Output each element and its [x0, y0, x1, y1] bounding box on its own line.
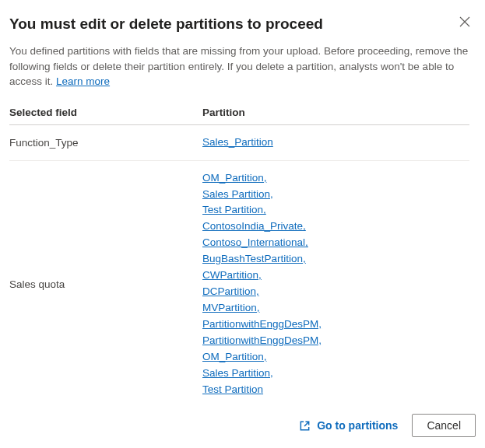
open-in-new-icon	[299, 420, 311, 432]
partition-list: Sales_Partition	[202, 135, 469, 151]
partition-link[interactable]: Contoso_International,	[202, 235, 308, 251]
partition-link[interactable]: Sales_Partition	[202, 135, 273, 151]
partition-link[interactable]: CWPartition,	[202, 268, 262, 284]
table-container: Selected field Partition Function_TypeSa…	[9, 102, 476, 404]
dialog: You must edit or delete partitions to pr…	[0, 0, 485, 448]
partition-cell: Sales_Partition	[202, 124, 469, 160]
go-to-partitions-button[interactable]: Go to partitions	[299, 419, 398, 432]
partition-list: OM_Partition,Sales Partition,Test Partit…	[202, 170, 469, 398]
selected-field-cell: Function_Type	[9, 124, 202, 160]
dialog-title: You must edit or delete partitions to pr…	[9, 16, 476, 33]
go-to-partitions-label: Go to partitions	[317, 419, 398, 432]
dialog-footer: Go to partitions Cancel	[9, 404, 476, 437]
dialog-description: You defined partitions with fields that …	[9, 44, 476, 89]
scroll-region[interactable]: Selected field Partition Function_TypeSa…	[9, 102, 476, 404]
partition-link[interactable]: MVPartition,	[202, 300, 260, 317]
partition-link[interactable]: OM_Partition,	[202, 170, 267, 187]
table-row: Function_TypeSales_Partition	[9, 124, 469, 160]
partition-link[interactable]: PartitionwithEnggDesPM,	[202, 317, 322, 333]
close-icon	[459, 16, 470, 27]
column-header-partition: Partition	[202, 102, 469, 125]
partition-link[interactable]: Sales Partition,	[202, 366, 273, 382]
partition-link[interactable]: ContosoIndia_Private,	[202, 219, 306, 235]
table-row: Sales quotaOM_Partition,Sales Partition,…	[9, 160, 469, 404]
partition-link[interactable]: BugBashTestPartition,	[202, 251, 306, 268]
cancel-button[interactable]: Cancel	[412, 414, 476, 437]
partition-link[interactable]: Test Partition	[202, 382, 263, 398]
partition-link[interactable]: OM_Partition,	[202, 349, 267, 366]
column-header-field: Selected field	[9, 102, 202, 125]
selected-field-cell: Sales quota	[9, 160, 202, 404]
partition-cell: OM_Partition,Sales Partition,Test Partit…	[202, 160, 469, 404]
learn-more-link[interactable]: Learn more	[56, 75, 110, 87]
partition-link[interactable]: DCPartition,	[202, 284, 259, 300]
partition-link[interactable]: Test Partition,	[202, 202, 266, 219]
close-button[interactable]	[455, 12, 474, 31]
partition-link[interactable]: PartitionwithEnggDesPM,	[202, 333, 322, 349]
partition-table: Selected field Partition Function_TypeSa…	[9, 102, 469, 404]
partition-link[interactable]: Sales Partition,	[202, 187, 273, 203]
